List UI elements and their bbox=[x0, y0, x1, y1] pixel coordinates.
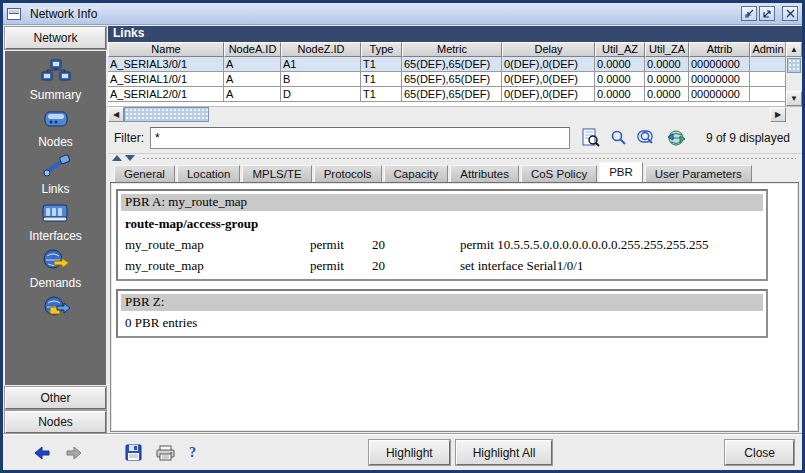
table-cell: 65(DEF),65(DEF) bbox=[402, 87, 502, 102]
horizontal-scroll-thumb[interactable] bbox=[124, 107, 209, 122]
table-cell: T1 bbox=[361, 87, 402, 102]
other-button[interactable]: Other bbox=[5, 387, 106, 409]
back-arrow-icon[interactable] bbox=[33, 446, 51, 460]
tab-attributes[interactable]: Attributes bbox=[450, 165, 519, 182]
footer-toolbar: ? Highlight Highlight All Close bbox=[3, 434, 802, 470]
column-header[interactable]: Admin bbox=[750, 42, 785, 57]
column-header[interactable]: NodeA.ID bbox=[224, 42, 281, 57]
table-row[interactable]: A_SERIAL1/0/1ABT165(DEF),65(DEF)0(DEF),0… bbox=[108, 72, 785, 87]
table-row[interactable]: A_SERIAL2/0/1ADT165(DEF),65(DEF)0(DEF),0… bbox=[108, 87, 785, 102]
scrollbar-corner bbox=[786, 107, 802, 122]
close-button[interactable]: Close bbox=[725, 440, 794, 465]
sidebar-item-demands[interactable]: Demands bbox=[30, 247, 81, 290]
filter-input[interactable] bbox=[150, 127, 570, 149]
vertical-scrollbar[interactable]: ▲ ▼ bbox=[785, 42, 802, 106]
sidebar: Network SummaryNodesLinksInterfacesDeman… bbox=[3, 25, 108, 434]
pbr-sequence: 20 bbox=[372, 237, 460, 253]
splitter-up-icon[interactable] bbox=[112, 155, 122, 161]
pbr-tab-panel: PBR A: my_route_map route-map/access-gro… bbox=[110, 182, 799, 432]
links-table: NameNodeA.IDNodeZ.IDTypeMetricDelayUtil_… bbox=[108, 42, 802, 106]
tab-location[interactable]: Location bbox=[177, 165, 240, 182]
table-cell: 0.0000 bbox=[645, 57, 689, 72]
save-icon[interactable] bbox=[125, 444, 142, 461]
table-cell: A_SERIAL1/0/1 bbox=[108, 72, 224, 87]
table-cell: 65(DEF),65(DEF) bbox=[402, 72, 502, 87]
help-icon[interactable]: ? bbox=[189, 445, 196, 461]
table-cell bbox=[750, 72, 785, 87]
sidebar-item-links[interactable]: Links bbox=[41, 153, 71, 196]
magnifier-icon[interactable] bbox=[610, 129, 627, 146]
page-magnifier-icon[interactable] bbox=[582, 128, 600, 148]
tab-mpls-te[interactable]: MPLS/TE bbox=[242, 165, 311, 182]
horizontal-scroll-track[interactable] bbox=[209, 107, 770, 122]
table-cell: T1 bbox=[361, 57, 402, 72]
tab-user-parameters[interactable]: User Parameters bbox=[645, 165, 752, 182]
split-divider[interactable] bbox=[108, 153, 802, 162]
splitter-down-icon[interactable] bbox=[125, 155, 135, 161]
horizontal-scrollbar[interactable]: ◀ ▶ bbox=[108, 106, 802, 122]
highlight-button[interactable]: Highlight bbox=[369, 440, 450, 465]
close-icon[interactable] bbox=[782, 6, 798, 21]
pbr-a-subheader: route-map/access-group bbox=[121, 211, 763, 234]
column-header[interactable]: NodeZ.ID bbox=[281, 42, 361, 57]
sidebar-item-extra[interactable] bbox=[41, 294, 71, 320]
scroll-left-icon[interactable]: ◀ bbox=[108, 107, 124, 122]
highlight-all-button[interactable]: Highlight All bbox=[456, 440, 553, 465]
column-header[interactable]: Name bbox=[108, 42, 224, 57]
sidebar-item-interfaces[interactable]: Interfaces bbox=[29, 200, 82, 243]
magnifier-box-icon[interactable] bbox=[637, 129, 657, 146]
splitter-grip[interactable] bbox=[142, 157, 796, 160]
table-cell: 00000000 bbox=[689, 72, 750, 87]
column-header[interactable]: Type bbox=[361, 42, 402, 57]
print-icon[interactable] bbox=[156, 445, 175, 461]
titlebar[interactable]: Network Info bbox=[3, 3, 802, 25]
scroll-right-icon[interactable]: ▶ bbox=[770, 107, 786, 122]
sidebar-nav: SummaryNodesLinksInterfacesDemands bbox=[5, 51, 106, 385]
vertical-scroll-thumb[interactable] bbox=[787, 58, 801, 73]
table-cell: A bbox=[224, 72, 281, 87]
tab-pbr[interactable]: PBR bbox=[599, 162, 643, 182]
network-info-window: Network Info Network SummaryNodesLinksIn… bbox=[0, 0, 805, 473]
sidebar-item-nodes[interactable]: Nodes bbox=[38, 106, 73, 149]
column-header[interactable]: Attrib bbox=[689, 42, 750, 57]
pbr-action: permit bbox=[310, 258, 372, 274]
table-cell: T1 bbox=[361, 72, 402, 87]
table-cell: A bbox=[224, 87, 281, 102]
tab-general[interactable]: General bbox=[114, 165, 175, 182]
window-icon bbox=[7, 8, 21, 20]
sidebar-item-label: Nodes bbox=[38, 135, 73, 149]
window-title: Network Info bbox=[26, 7, 101, 21]
scroll-down-icon[interactable]: ▼ bbox=[786, 91, 802, 106]
tab-cos-policy[interactable]: CoS Policy bbox=[521, 165, 597, 182]
globe-arrows-icon[interactable] bbox=[667, 129, 686, 147]
table-cell: B bbox=[281, 72, 361, 87]
pbr-name: my_route_map bbox=[125, 258, 310, 274]
sidebar-item-label: Summary bbox=[30, 88, 81, 102]
forward-arrow-icon[interactable] bbox=[65, 446, 83, 460]
table-row[interactable]: A_SERIAL3/0/1AA1T165(DEF),65(DEF)0(DEF),… bbox=[108, 57, 785, 72]
column-header[interactable]: Delay bbox=[502, 42, 595, 57]
sidebar-item-label: Interfaces bbox=[29, 229, 82, 243]
column-header[interactable]: Util_ZA bbox=[645, 42, 689, 57]
sidebar-item-label: Demands bbox=[30, 276, 81, 290]
filter-status: 9 of 9 displayed bbox=[706, 131, 790, 145]
column-header[interactable]: Util_AZ bbox=[595, 42, 645, 57]
pbr-sequence: 20 bbox=[372, 258, 460, 274]
maximize-icon[interactable] bbox=[759, 6, 775, 21]
tab-protocols[interactable]: Protocols bbox=[314, 165, 382, 182]
pbr-z-section: PBR Z: 0 PBR entries bbox=[116, 289, 768, 338]
minimize-icon[interactable] bbox=[741, 6, 757, 21]
summary-icon bbox=[41, 59, 71, 85]
table-cell: 0(DEF),0(DEF) bbox=[502, 57, 595, 72]
sidebar-item-summary[interactable]: Summary bbox=[30, 59, 81, 102]
interfaces-icon bbox=[40, 200, 70, 226]
pbr-entry-row: my_route_mappermit20set interface Serial… bbox=[121, 255, 763, 276]
scroll-up-icon[interactable]: ▲ bbox=[786, 42, 802, 57]
column-header[interactable]: Metric bbox=[402, 42, 502, 57]
pbr-detail: set interface Serial1/0/1 bbox=[460, 258, 763, 274]
nodes-button[interactable]: Nodes bbox=[5, 411, 106, 433]
pbr-entry-row: my_route_mappermit20permit 10.5.5.5.0.0.… bbox=[121, 234, 763, 255]
pbr-z-header: PBR Z: bbox=[121, 294, 763, 311]
tab-capacity[interactable]: Capacity bbox=[384, 165, 449, 182]
network-button[interactable]: Network bbox=[5, 27, 106, 49]
